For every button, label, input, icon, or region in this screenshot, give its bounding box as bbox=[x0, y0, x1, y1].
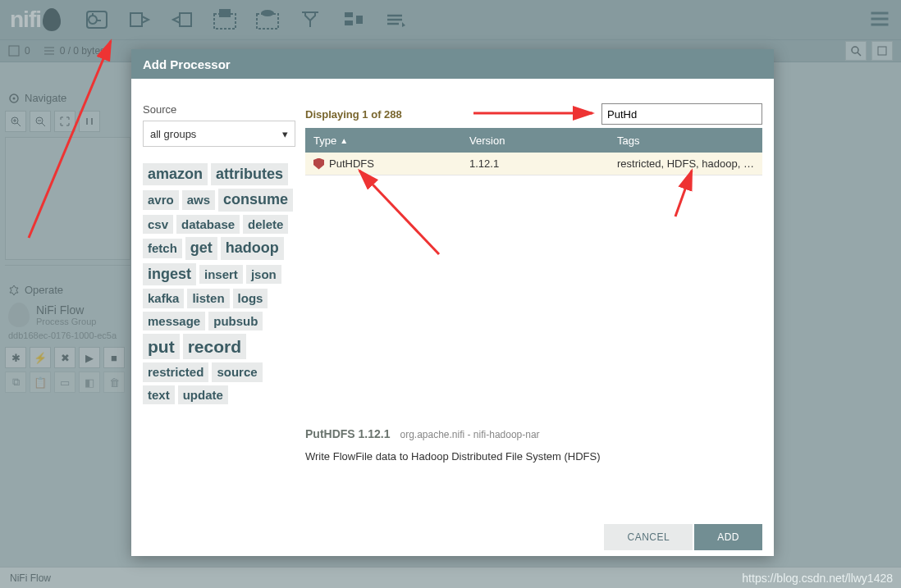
add-processor-dialog: Add Processor Source all groups ▾ amazon… bbox=[131, 49, 774, 556]
tag-cloud: amazonattributesavroawsconsumecsvdatabas… bbox=[143, 163, 295, 404]
sort-asc-icon: ▲ bbox=[340, 136, 348, 145]
row-tags: restricted, HDFS, hadoop, copy, ... bbox=[609, 157, 762, 170]
details-description: Write FlowFile data to Hadoop Distribute… bbox=[305, 450, 762, 463]
dialog-title: Add Processor bbox=[131, 49, 774, 79]
tag-put[interactable]: put bbox=[143, 334, 180, 359]
details-name: PutHDFS 1.12.1 bbox=[305, 427, 390, 440]
tag-kafka[interactable]: kafka bbox=[143, 289, 184, 308]
source-dropdown[interactable]: all groups ▾ bbox=[143, 121, 295, 147]
source-dropdown-value: all groups bbox=[150, 128, 196, 140]
column-version[interactable]: Version bbox=[461, 134, 609, 147]
tag-message[interactable]: message bbox=[143, 312, 205, 331]
row-type: PutHDFS bbox=[329, 157, 374, 170]
tag-hadoop[interactable]: hadoop bbox=[221, 237, 284, 259]
tag-json[interactable]: json bbox=[246, 265, 281, 285]
restricted-shield-icon bbox=[313, 158, 324, 170]
source-label: Source bbox=[143, 103, 295, 116]
tag-consume[interactable]: consume bbox=[218, 189, 293, 211]
tag-csv[interactable]: csv bbox=[143, 215, 173, 235]
details-bundle: org.apache.nifi - nifi-hadoop-nar bbox=[400, 429, 539, 440]
tag-ingest[interactable]: ingest bbox=[143, 263, 196, 285]
processor-table-header: Type▲ Version Tags bbox=[305, 128, 762, 153]
tag-avro[interactable]: avro bbox=[143, 190, 179, 210]
filter-input[interactable] bbox=[601, 103, 762, 125]
tag-aws[interactable]: aws bbox=[182, 190, 215, 210]
tag-delete[interactable]: delete bbox=[243, 215, 288, 235]
tag-logs[interactable]: logs bbox=[233, 289, 268, 308]
processor-table-row[interactable]: PutHDFS 1.12.1 restricted, HDFS, hadoop,… bbox=[305, 153, 762, 175]
add-button[interactable]: ADD bbox=[694, 524, 762, 550]
tag-listen[interactable]: listen bbox=[187, 289, 229, 308]
row-version: 1.12.1 bbox=[461, 157, 609, 170]
dialog-footer: CANCEL ADD bbox=[131, 518, 774, 556]
tag-get[interactable]: get bbox=[185, 237, 217, 259]
tag-record[interactable]: record bbox=[183, 334, 246, 359]
cancel-button[interactable]: CANCEL bbox=[604, 524, 693, 550]
tag-database[interactable]: database bbox=[176, 215, 240, 235]
displaying-count: Displaying 1 of 288 bbox=[305, 108, 402, 121]
column-type[interactable]: Type▲ bbox=[305, 134, 461, 147]
tag-update[interactable]: update bbox=[178, 385, 228, 405]
tag-attributes[interactable]: attributes bbox=[211, 163, 288, 185]
tag-restricted[interactable]: restricted bbox=[143, 362, 208, 382]
tag-pubsub[interactable]: pubsub bbox=[208, 312, 263, 331]
tag-text[interactable]: text bbox=[143, 385, 175, 405]
tag-amazon[interactable]: amazon bbox=[143, 163, 208, 185]
tag-insert[interactable]: insert bbox=[199, 265, 243, 285]
watermark: https://blog.csdn.net/llwy1428 bbox=[742, 572, 893, 585]
tag-fetch[interactable]: fetch bbox=[143, 239, 182, 258]
chevron-down-icon: ▾ bbox=[282, 128, 288, 140]
tag-source[interactable]: source bbox=[212, 362, 262, 382]
column-tags[interactable]: Tags bbox=[609, 134, 762, 147]
